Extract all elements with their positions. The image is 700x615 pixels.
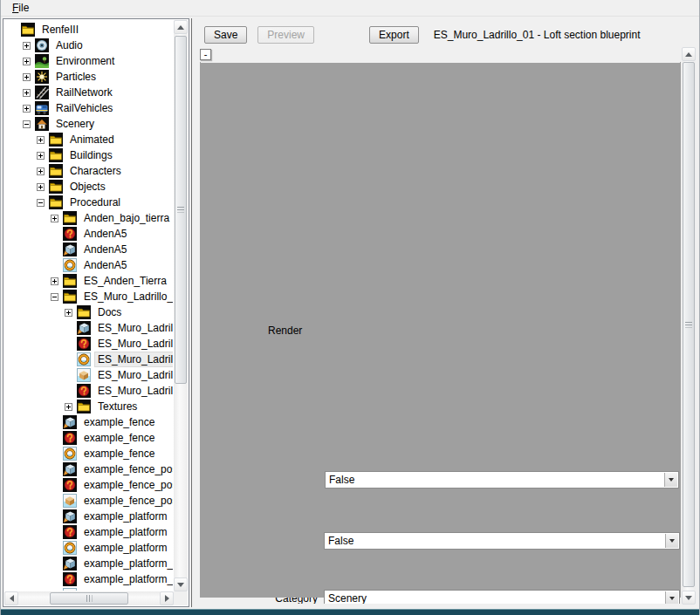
dropdown-category[interactable]: Scenery xyxy=(324,590,680,604)
tree-item-label: ES_Muro_Ladrillo_01 xyxy=(95,337,173,351)
up-arrow-icon xyxy=(685,52,692,57)
scroll-right-button[interactable] xyxy=(160,591,174,605)
tree-item-example-fence-post[interactable]: example_fence_post xyxy=(5,461,173,477)
scroll-track[interactable] xyxy=(682,61,696,591)
dropdown-value: False xyxy=(328,535,353,547)
tree-item-characters[interactable]: Characters xyxy=(5,163,173,179)
geo-icon xyxy=(63,478,77,492)
dropdown-can-edit-width[interactable]: False xyxy=(324,532,680,550)
section-header-display-name: -Display name xyxy=(200,46,681,62)
scroll-thumb[interactable] xyxy=(683,62,695,587)
scroll-thumb[interactable] xyxy=(50,592,129,605)
tree-item-andena5[interactable]: AndenA5 xyxy=(5,257,173,273)
tree-item-railnetwork[interactable]: RailNetwork xyxy=(5,85,173,100)
tree-item-label: Scenery xyxy=(53,117,97,131)
tree-item-scenery[interactable]: Scenery xyxy=(5,116,173,132)
scroll-track[interactable] xyxy=(174,34,188,577)
tree-view: RenfeIIIAudioEnvironmentParticlesRailNet… xyxy=(5,22,173,591)
blueprint-tree-panel: RenfeIIIAudioEnvironmentParticlesRailNet… xyxy=(3,18,189,607)
expand-plus-icon[interactable] xyxy=(23,42,31,50)
shape-icon xyxy=(63,415,77,429)
tree-item-anden-bajo-tierra[interactable]: Anden_bajo_tierra xyxy=(5,210,173,226)
tree-item-objects[interactable]: Objects xyxy=(5,179,173,195)
tree-item-label: Animated xyxy=(67,133,117,147)
tree-item-label: Particles xyxy=(53,70,99,84)
tree-item-es-muro-ladrillo-01[interactable]: ES_Muro_Ladrillo_01 xyxy=(5,320,173,336)
expand-plus-icon[interactable] xyxy=(23,105,31,113)
expand-plus-icon[interactable] xyxy=(37,136,45,144)
shape-icon xyxy=(63,557,77,571)
scroll-up-button[interactable] xyxy=(682,47,696,61)
tree-item-es-muro-ladrillo-01[interactable]: ES_Muro_Ladrillo_01 xyxy=(5,336,173,352)
save-button[interactable]: Save xyxy=(204,26,247,44)
tree-item-particles[interactable]: Particles xyxy=(5,69,173,85)
menu-file[interactable]: File xyxy=(6,1,35,15)
scroll-thumb[interactable] xyxy=(175,36,187,384)
tree-item-es-muro-ladrillo-01[interactable]: ES_Muro_Ladrillo_01 xyxy=(5,383,173,399)
dropdown-arrow-icon[interactable] xyxy=(665,591,678,604)
scroll-down-button[interactable] xyxy=(682,591,696,605)
collapse-toggle[interactable]: - xyxy=(200,49,211,60)
tree-item-example-platform[interactable]: example_platform xyxy=(5,524,173,540)
expand-plus-icon[interactable] xyxy=(23,89,31,97)
collapse-minus-icon[interactable] xyxy=(23,120,31,128)
export-button[interactable]: Export xyxy=(369,26,419,44)
tree-item-es-anden-tierra[interactable]: ES_Anden_Tierra xyxy=(5,273,173,289)
dropdown-arrow-icon[interactable] xyxy=(665,534,678,548)
tree-item-example-fence-post[interactable]: example_fence_post xyxy=(5,477,173,493)
ring-icon xyxy=(63,447,77,461)
tree-item-example-fence-post[interactable]: example_fence_post xyxy=(5,493,173,509)
tree-item-andena5[interactable]: AndenA5 xyxy=(5,226,173,242)
tree-item-label: example_platform_end xyxy=(81,557,173,571)
tree-vertical-scrollbar[interactable] xyxy=(174,20,188,591)
scroll-down-button[interactable] xyxy=(174,577,188,591)
up-arrow-icon xyxy=(177,25,184,30)
tree-item-es-muro-ladrillo-01[interactable]: ES_Muro_Ladrillo_01 xyxy=(5,352,173,367)
tree-item-es-muro-ladrillo-01[interactable]: ES_Muro_Ladrillo_01 xyxy=(5,289,173,304)
tree-item-animated[interactable]: Animated xyxy=(5,132,173,147)
expand-plus-icon[interactable] xyxy=(51,277,58,285)
collapse-minus-icon[interactable] xyxy=(51,293,58,301)
tree-item-example-platform-end[interactable]: example_platform_end xyxy=(5,587,173,591)
dropdown-cap-if-section-type-change[interactable]: False xyxy=(325,471,679,489)
scroll-up-button[interactable] xyxy=(174,20,188,34)
tree-item-example-fence[interactable]: example_fence xyxy=(5,414,173,430)
tree-item-example-fence[interactable]: example_fence xyxy=(5,446,173,461)
tree-item-example-platform[interactable]: example_platform xyxy=(5,540,173,556)
tree-item-andena5[interactable]: AndenA5 xyxy=(5,242,173,257)
tree-item-docs[interactable]: Docs xyxy=(5,304,173,320)
expand-plus-icon[interactable] xyxy=(37,167,45,175)
expand-plus-icon[interactable] xyxy=(51,215,58,222)
collapse-minus-icon[interactable] xyxy=(37,199,45,207)
tree-item-example-platform[interactable]: example_platform xyxy=(5,509,173,524)
application-window: File RenfeIIIAudioEnvironmentParticlesRa… xyxy=(0,0,700,615)
expand-plus-icon[interactable] xyxy=(65,403,72,411)
tree-item-es-muro-ladrillo-01[interactable]: ES_Muro_Ladrillo_01 xyxy=(5,367,173,383)
tree-horizontal-scrollbar[interactable] xyxy=(4,591,174,605)
tree-item-buildings[interactable]: Buildings xyxy=(5,147,173,163)
scroll-left-button[interactable] xyxy=(4,591,18,605)
folder-icon xyxy=(49,164,63,178)
expand-plus-icon[interactable] xyxy=(37,183,45,191)
form-vertical-scrollbar[interactable] xyxy=(682,47,696,605)
expand-plus-icon[interactable] xyxy=(65,309,72,317)
thumb-grip xyxy=(177,207,184,213)
tree-item-renfeiii[interactable]: RenfeIII xyxy=(5,22,173,38)
expand-plus-icon[interactable] xyxy=(37,152,45,160)
folder-icon xyxy=(49,133,63,147)
tree-item-audio[interactable]: Audio xyxy=(5,38,173,53)
preview-button[interactable]: Preview xyxy=(257,26,314,44)
tree-item-procedural[interactable]: Procedural xyxy=(5,195,173,210)
dropdown-arrow-icon[interactable] xyxy=(664,473,677,487)
tree-item-railvehicles[interactable]: RailVehicles xyxy=(5,100,173,116)
window-bottom-edge xyxy=(1,609,699,615)
tree-item-textures[interactable]: Textures xyxy=(5,399,173,414)
tree-item-example-platform-end[interactable]: example_platform_end xyxy=(5,571,173,587)
railnetwork-icon xyxy=(35,85,49,99)
tree-item-environment[interactable]: Environment xyxy=(5,53,173,69)
tree-item-example-platform-end[interactable]: example_platform_end xyxy=(5,556,173,571)
expand-plus-icon[interactable] xyxy=(23,73,31,81)
expand-plus-icon[interactable] xyxy=(23,58,31,65)
scroll-track[interactable] xyxy=(18,591,160,605)
tree-item-example-fence[interactable]: example_fence xyxy=(5,430,173,446)
